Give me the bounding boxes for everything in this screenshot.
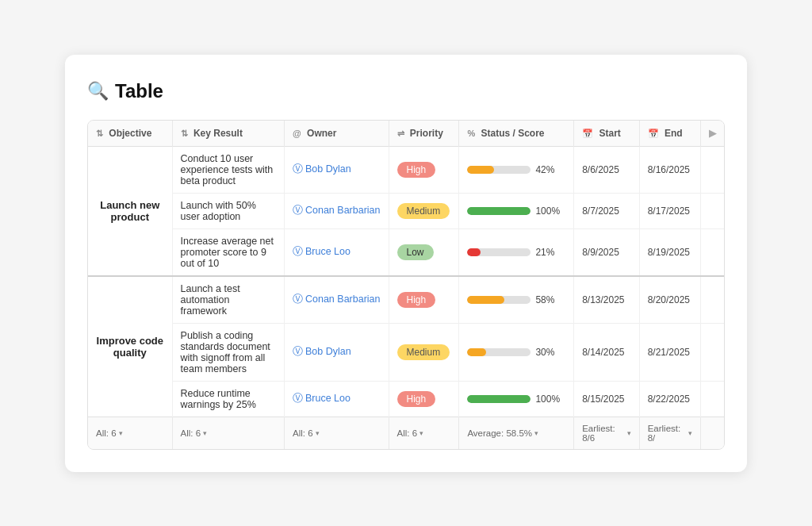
percent-icon-status: % <box>467 129 475 138</box>
extra-cell <box>700 381 724 417</box>
table-row: Improve code qualityLaunch a test automa… <box>88 276 724 324</box>
table-header-row: ⇅ Objective ⇅ Key Result @ Owner ⇌ Prior… <box>88 121 724 147</box>
status-cell: 100% <box>459 381 574 417</box>
progress-bar-bg <box>467 248 530 256</box>
chevron-down-icon: ▾ <box>688 429 692 437</box>
start-date-cell: 8/13/2025 <box>574 276 640 324</box>
priority-badge: High <box>397 162 436 178</box>
calendar-icon-start: 📅 <box>582 129 593 138</box>
progress-bar-fill <box>467 395 530 403</box>
owner-cell[interactable]: ⓋConan Barbarian <box>284 276 389 324</box>
status-cell: 58% <box>459 276 574 324</box>
end-date-cell: 8/20/2025 <box>639 276 700 324</box>
chevron-down-icon: ▾ <box>534 429 538 437</box>
owner-cell[interactable]: ⓋBruce Loo <box>284 381 389 417</box>
col-header-priority[interactable]: ⇌ Priority <box>389 121 459 147</box>
end-date-cell: 8/19/2025 <box>639 228 700 276</box>
extra-cell <box>700 146 724 193</box>
expand-icon: ▶ <box>709 128 716 139</box>
start-date-cell: 8/7/2025 <box>574 193 640 228</box>
table-row: Increase average net promoter score to 9… <box>88 228 724 276</box>
table-row: Publish a coding standards document with… <box>88 323 724 381</box>
person-icon: Ⓥ <box>293 246 303 257</box>
col-header-end[interactable]: 📅 End <box>639 121 700 147</box>
key-result-cell: Publish a coding standards document with… <box>172 323 284 381</box>
priority-cell: High <box>389 146 459 193</box>
table-body: Launch new productConduct 10 user experi… <box>88 146 724 417</box>
chevron-down-icon: ▾ <box>627 429 631 437</box>
start-date-cell: 8/6/2025 <box>574 146 640 193</box>
person-icon: Ⓥ <box>293 393 303 404</box>
extra-cell <box>700 228 724 276</box>
sort-icon-keyresult: ⇅ <box>181 129 188 138</box>
main-table: ⇅ Objective ⇅ Key Result @ Owner ⇌ Prior… <box>88 121 724 449</box>
title-row: 🔍 Table <box>87 80 725 102</box>
chevron-down-icon: ▾ <box>203 429 207 437</box>
person-icon: Ⓥ <box>293 294 303 305</box>
col-header-status[interactable]: % Status / Score <box>459 121 574 147</box>
priority-badge: Medium <box>397 203 450 219</box>
footer-priority[interactable]: All: 6 ▾ <box>389 417 459 449</box>
owner-cell[interactable]: ⓋBob Dylan <box>284 323 389 381</box>
chevron-down-icon: ▾ <box>119 429 123 437</box>
owner-cell[interactable]: ⓋBob Dylan <box>284 146 389 193</box>
start-date-cell: 8/15/2025 <box>574 381 640 417</box>
priority-cell: Medium <box>389 323 459 381</box>
progress-bar-fill <box>467 296 504 304</box>
priority-cell: High <box>389 381 459 417</box>
footer-objective[interactable]: All: 6 ▾ <box>88 417 172 449</box>
person-icon: Ⓥ <box>293 163 303 175</box>
progress-label: 30% <box>535 347 561 358</box>
col-header-keyresult[interactable]: ⇅ Key Result <box>172 121 284 147</box>
col-header-owner[interactable]: @ Owner <box>284 121 389 147</box>
progress-label: 100% <box>535 205 561 217</box>
end-date-cell: 8/22/2025 <box>639 381 700 417</box>
key-result-cell: Conduct 10 user experience tests with be… <box>172 146 284 193</box>
status-cell: 100% <box>459 193 574 228</box>
footer-start[interactable]: Earliest: 8/6 ▾ <box>574 417 640 449</box>
person-icon: Ⓥ <box>293 346 303 357</box>
progress-bar-bg <box>467 395 530 403</box>
end-date-cell: 8/21/2025 <box>639 323 700 381</box>
objective-cell: Improve code quality <box>88 276 172 417</box>
owner-cell[interactable]: ⓋConan Barbarian <box>284 193 389 228</box>
progress-bar-bg <box>467 166 530 174</box>
calendar-icon-end: 📅 <box>648 129 659 138</box>
col-header-start[interactable]: 📅 Start <box>574 121 640 147</box>
progress-bar-bg <box>467 207 530 215</box>
link-icon-priority: ⇌ <box>397 129 404 138</box>
footer-keyresult[interactable]: All: 6 ▾ <box>172 417 284 449</box>
footer-owner[interactable]: All: 6 ▾ <box>284 417 389 449</box>
progress-bar-fill <box>467 348 486 356</box>
sort-icon-objective: ⇅ <box>96 129 103 138</box>
page-wrapper: 🔍 Table ⇅ Objective ⇅ Key Result @ Owner <box>65 55 747 472</box>
extra-cell <box>700 323 724 381</box>
col-header-extra: ▶ <box>700 121 724 147</box>
start-date-cell: 8/14/2025 <box>574 323 640 381</box>
status-cell: 21% <box>459 228 574 276</box>
priority-cell: High <box>389 276 459 324</box>
table-footer-row: All: 6 ▾ All: 6 ▾ All: 6 ▾ <box>88 417 724 449</box>
start-date-cell: 8/9/2025 <box>574 228 640 276</box>
progress-bar-fill <box>467 166 494 174</box>
priority-badge: High <box>397 292 436 308</box>
progress-label: 21% <box>535 247 561 258</box>
priority-badge: High <box>397 391 436 407</box>
person-icon: Ⓥ <box>293 205 303 216</box>
footer-end[interactable]: Earliest: 8/ ▾ <box>639 417 700 449</box>
progress-label: 42% <box>535 164 561 175</box>
table-row: Launch new productConduct 10 user experi… <box>88 146 724 193</box>
progress-bar-bg <box>467 296 530 304</box>
col-header-objective[interactable]: ⇅ Objective <box>88 121 172 147</box>
priority-cell: Medium <box>389 193 459 228</box>
status-cell: 30% <box>459 323 574 381</box>
priority-cell: Low <box>389 228 459 276</box>
owner-cell[interactable]: ⓋBruce Loo <box>284 228 389 276</box>
status-cell: 42% <box>459 146 574 193</box>
end-date-cell: 8/17/2025 <box>639 193 700 228</box>
table-row: Launch with 50% user adoptionⓋConan Barb… <box>88 193 724 228</box>
footer-status[interactable]: Average: 58.5% ▾ <box>459 417 574 449</box>
progress-bar-bg <box>467 348 530 356</box>
footer-extra <box>700 417 724 449</box>
chevron-down-icon: ▾ <box>316 429 320 437</box>
